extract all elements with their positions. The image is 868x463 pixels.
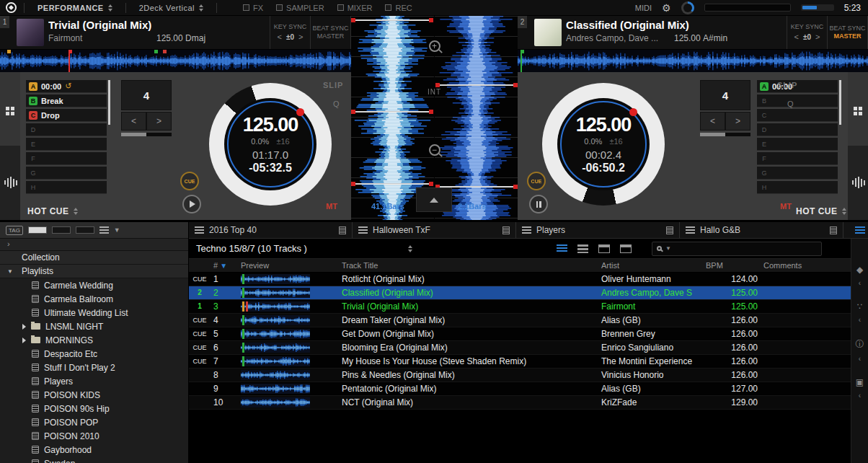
deck1-panel-mode[interactable]: HOT CUE [27, 206, 78, 216]
chevron-down-icon[interactable]: ▼ [114, 226, 120, 234]
pad-grid-icon[interactable] [854, 107, 857, 110]
deck2-slip-label[interactable]: SLIP [777, 81, 797, 89]
deck1-master-button[interactable]: MASTER [317, 32, 345, 40]
chevron-left-icon[interactable]: ‹ [859, 392, 861, 400]
sidebar-breadcrumb[interactable]: › [0, 239, 188, 251]
tree-expand-icon[interactable] [22, 338, 26, 343]
list-view-icon[interactable] [99, 226, 109, 234]
sidebar-item-lnsml-night[interactable]: LNSML NIGHT [0, 319, 188, 333]
tab-page-icon[interactable] [339, 226, 346, 234]
deck1-track-overview[interactable] [0, 50, 351, 72]
table-row[interactable]: CUE4Dream Taker (Original Mix)Alias (GB)… [189, 313, 851, 327]
track-preview-cell[interactable] [238, 272, 339, 286]
scrollbar[interactable] [839, 80, 841, 125]
table-row[interactable]: 8Pins & Needles (Original Mix)Vinicius H… [189, 368, 851, 382]
hot-cue-d[interactable]: D [757, 123, 838, 136]
tab-page-icon[interactable] [666, 226, 673, 234]
zoom-out-icon[interactable]: − [429, 144, 440, 156]
column-preview[interactable]: Preview [238, 259, 339, 272]
mode-select[interactable]: PERFORMANCE [32, 4, 118, 12]
sidebar-item-carmela-ballroom[interactable]: Carmela Ballroom [0, 292, 188, 306]
memory-next-button[interactable]: > [146, 112, 172, 131]
new-tab-button[interactable] [852, 222, 868, 238]
sidebar-item-players[interactable]: Players [0, 374, 188, 388]
sidebar-item-carmela-wedding[interactable]: Carmela Wedding [0, 278, 188, 292]
deck2-master-button[interactable]: MASTER [834, 32, 862, 40]
key-shift-up[interactable]: > [815, 32, 820, 42]
sidebar-item-stuff-i-don-t-play-2[interactable]: Stuff I Don't Play 2 [0, 361, 188, 374]
column-comments[interactable]: Comments [761, 259, 851, 272]
deck2-track-overview[interactable] [518, 50, 868, 72]
table-row[interactable]: CUE7My House Is Your House (Steve Shaden… [189, 354, 851, 368]
preview-waveform[interactable] [241, 288, 310, 298]
key-shift-down[interactable]: < [278, 32, 282, 42]
artwork-panel-icon[interactable]: ▣ [856, 377, 864, 387]
info-icon[interactable]: ⓘ [856, 338, 864, 350]
detail-view-icon[interactable] [577, 244, 588, 253]
deck1-slip-label[interactable]: SLIP [323, 81, 343, 89]
sidebar-item-collection[interactable]: Collection [0, 251, 188, 265]
track-preview-cell[interactable] [238, 340, 339, 354]
preview-waveform[interactable] [241, 356, 310, 366]
table-row[interactable]: 13Trivial (Original Mix)Fairmont125.00 [189, 299, 851, 313]
center-waveform-panel[interactable]: + INT − 41.1Bars 2.1Bars [351, 16, 518, 220]
hot-cue-f[interactable]: F [757, 152, 838, 165]
hot-cue-e[interactable]: E [26, 138, 107, 151]
sidebar-item-gayborhood[interactable]: Gayborhood [0, 443, 188, 457]
tab-2016-top-40[interactable]: 2016 Top 40 [189, 222, 353, 238]
tree-expand-icon[interactable] [22, 324, 26, 330]
deck1-key-sync-button[interactable]: KEY SYNC <±0> [270, 16, 311, 49]
master-volume-knob[interactable] [681, 1, 694, 14]
search-input[interactable] [675, 244, 817, 253]
list-view-active-icon[interactable] [557, 244, 567, 253]
playlist-select-chevrons[interactable] [408, 245, 412, 252]
toggle-rec[interactable]: REC [385, 4, 412, 12]
pad-grid-icon[interactable] [6, 107, 9, 110]
color-filter-3[interactable] [76, 226, 94, 234]
hot-cue-c[interactable]: CDrop [26, 109, 107, 122]
deck2-cue-button[interactable]: CUE [527, 172, 546, 190]
deck2-key-sync-button[interactable]: KEY SYNC <±0> [787, 16, 828, 49]
tab-halloween-txf[interactable]: Halloween TxF [353, 222, 516, 238]
hot-cue-g[interactable]: G [757, 167, 838, 180]
eq-waveform-icon[interactable] [4, 177, 17, 188]
tag-filter-button[interactable]: TAG [6, 226, 23, 235]
hot-cue-h[interactable]: H [757, 181, 838, 194]
tab-page-icon[interactable] [502, 226, 510, 234]
collapse-up-button[interactable] [416, 188, 452, 212]
column-bpm[interactable]: BPM [703, 259, 761, 272]
column-title[interactable]: Track Title [339, 259, 598, 272]
deck1-jog-wheel[interactable]: 125.00 0.0%±16 01:17.0 -05:32.5 [209, 83, 332, 206]
hot-cue-e[interactable]: E [757, 138, 838, 151]
memory-prev-button[interactable]: < [121, 112, 146, 131]
table-row[interactable]: 10NCT (Original Mix)KriZFade129.00 [189, 395, 851, 409]
hot-cue-d[interactable]: D [26, 123, 107, 136]
chevron-left-icon[interactable]: ‹ [859, 279, 861, 287]
color-filter-2[interactable] [52, 226, 71, 234]
track-preview-cell[interactable] [238, 382, 339, 395]
search-box[interactable]: ▼ [652, 242, 822, 256]
artwork-list-view-icon[interactable] [620, 244, 632, 253]
track-preview-cell[interactable] [238, 313, 339, 327]
tab-players[interactable]: Players [516, 222, 680, 238]
sidebar-item-poison-kids[interactable]: POISON KIDS [0, 388, 188, 402]
deck1-cue-button[interactable]: CUE [180, 172, 199, 190]
chevron-left-icon[interactable]: ‹ [859, 316, 861, 324]
tree-expand-icon[interactable]: ▼ [7, 268, 13, 275]
layout-select[interactable]: 2Deck Vertical [133, 4, 209, 12]
table-row[interactable]: CUE6Blooming Era (Original Mix)Enrico Sa… [189, 340, 851, 354]
preview-waveform[interactable] [241, 343, 310, 353]
hot-cue-b[interactable]: B [757, 94, 838, 107]
deck2-jog-wheel[interactable]: 125.00 0.0%±16 00:02.4 -06:50.2 [542, 83, 665, 206]
toggle-sampler[interactable]: SAMPLER [276, 4, 324, 12]
key-shift-down[interactable]: < [794, 32, 799, 42]
track-preview-cell[interactable] [238, 299, 339, 313]
tab-hallo-g-b[interactable]: Hallo G&B [680, 222, 843, 238]
scrollbar[interactable] [108, 80, 110, 125]
chevron-left-icon[interactable]: ‹ [859, 355, 861, 363]
midi-indicator[interactable]: MIDI [635, 4, 652, 12]
preview-waveform[interactable] [241, 315, 310, 325]
search-filter-chevron[interactable]: ▼ [665, 245, 671, 252]
column-artist[interactable]: Artist [598, 259, 703, 272]
eq-waveform-icon[interactable] [852, 177, 865, 188]
